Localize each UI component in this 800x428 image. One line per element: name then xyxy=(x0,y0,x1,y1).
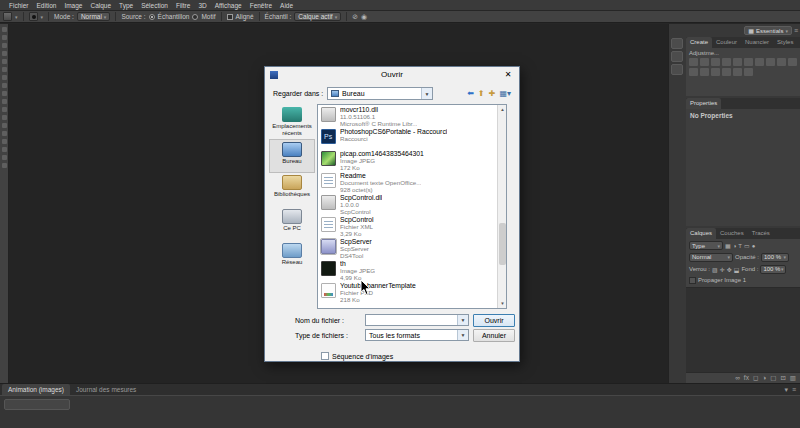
tab-animation[interactable]: Animation (images) xyxy=(2,384,70,395)
opacity-input[interactable]: 100 %▾ xyxy=(761,253,789,262)
sample-source-select[interactable]: Calque actif▾ xyxy=(294,12,341,21)
menu-fenetre[interactable]: Fenêtre xyxy=(246,0,276,11)
sidebar-item-bureau[interactable]: Bureau xyxy=(269,139,315,173)
image-sequence-option[interactable]: Séquence d'images xyxy=(321,352,393,360)
scroll-up-icon[interactable]: ▲ xyxy=(498,105,507,114)
sidebar-item-recent-places[interactable]: Emplacements récents xyxy=(269,105,315,139)
lock-position-icon[interactable]: ✥ xyxy=(727,266,732,273)
file-row[interactable]: Youtube-bannerTemplate Fichier PSD 218 K… xyxy=(318,281,497,303)
filter-type-icon[interactable]: T xyxy=(738,243,742,249)
tab-create[interactable]: Create xyxy=(686,37,712,48)
tab-traces[interactable]: Tracés xyxy=(748,228,774,239)
file-name-combobox[interactable]: ▼ xyxy=(365,314,469,326)
adjustment-icon[interactable] xyxy=(722,58,731,66)
healing-brush-tool-icon[interactable] xyxy=(3,12,12,21)
adjustment-layer-icon[interactable]: ◑ xyxy=(762,373,766,383)
panel-menu-icon[interactable]: ≡ xyxy=(792,386,796,394)
tool-icon[interactable] xyxy=(2,43,7,48)
tool-icon[interactable] xyxy=(2,27,7,32)
file-row[interactable]: ScpServer ScpServer DS4Tool xyxy=(318,237,497,259)
adjustment-icon[interactable] xyxy=(722,68,731,76)
tool-icon[interactable] xyxy=(2,115,7,120)
file-type-select[interactable]: Tous les formats ▼ xyxy=(365,329,469,341)
adjustment-icon[interactable] xyxy=(777,58,786,66)
tool-icon[interactable] xyxy=(2,83,7,88)
dock-panel-icon[interactable] xyxy=(671,51,683,62)
dock-panel-icon[interactable] xyxy=(671,64,683,75)
brush-preset-icon[interactable] xyxy=(29,12,38,21)
brush-caret-icon[interactable]: ▾ xyxy=(41,14,44,20)
workspace-switcher[interactable]: ▦ Essentials ▾ xyxy=(744,26,792,35)
lock-all-icon[interactable]: ⬓ xyxy=(734,266,740,273)
aligned-checkbox[interactable] xyxy=(227,14,233,20)
tool-icon[interactable] xyxy=(2,91,7,96)
adjustment-icon[interactable] xyxy=(689,68,698,76)
pressure-size-icon[interactable]: ◉ xyxy=(361,12,367,21)
menu-calque[interactable]: Calque xyxy=(86,0,115,11)
new-layer-icon[interactable]: ⊡ xyxy=(780,373,785,383)
menu-filtre[interactable]: Filtre xyxy=(172,0,194,11)
lock-transparent-icon[interactable]: ▨ xyxy=(712,266,718,273)
tab-nuancier[interactable]: Nuancier xyxy=(741,37,773,48)
menu-affichage[interactable]: Affichage xyxy=(211,0,246,11)
menu-3d[interactable]: 3D xyxy=(194,0,210,11)
tool-preset-caret-icon[interactable]: ▾ xyxy=(15,14,18,20)
open-button[interactable]: Ouvrir xyxy=(473,314,515,327)
tool-icon[interactable] xyxy=(2,147,7,152)
tab-properties[interactable]: Properties xyxy=(686,98,721,109)
close-icon[interactable]: ✕ xyxy=(497,67,519,82)
adjustment-icon[interactable] xyxy=(700,68,709,76)
chevron-down-icon[interactable]: ▼ xyxy=(457,315,468,325)
tab-styles[interactable]: Styles xyxy=(773,37,797,48)
fill-input[interactable]: 100 %▾ xyxy=(760,265,786,274)
tool-icon[interactable] xyxy=(2,51,7,56)
filter-adjustment-icon[interactable]: ◑ xyxy=(733,243,737,249)
panel-menu-icon[interactable]: ≡ xyxy=(794,27,798,34)
blend-mode-select[interactable]: Normal▾ xyxy=(689,253,733,262)
file-name-input[interactable] xyxy=(369,315,457,325)
tool-icon[interactable] xyxy=(2,67,7,72)
tool-icon[interactable] xyxy=(2,123,7,128)
layer-mask-icon[interactable]: ◻ xyxy=(753,373,758,383)
menu-type[interactable]: Type xyxy=(115,0,137,11)
adjustment-icon[interactable] xyxy=(733,58,742,66)
sample-radio[interactable] xyxy=(149,14,155,20)
filter-shape-icon[interactable]: ▭ xyxy=(744,242,750,249)
adjustment-icon[interactable] xyxy=(744,58,753,66)
layers-list[interactable] xyxy=(686,287,800,373)
menu-fichier[interactable]: Fichier xyxy=(5,0,33,11)
tool-icon[interactable] xyxy=(2,131,7,136)
delete-layer-icon[interactable]: ▥ xyxy=(790,373,796,383)
adjustment-icon[interactable] xyxy=(700,58,709,66)
file-row[interactable]: picap.com14643835464301 Image JPEG 172 K… xyxy=(318,149,497,171)
lock-pixels-icon[interactable]: ✛ xyxy=(720,266,725,273)
file-row[interactable]: Readme Document texte OpenOffice... 928 … xyxy=(318,171,497,193)
menu-aide[interactable]: Aide xyxy=(276,0,297,11)
layer-style-icon[interactable]: fx xyxy=(744,373,749,383)
file-row[interactable]: ScpControl Fichier XML 3,29 Ko xyxy=(318,215,497,237)
adjustment-icon[interactable] xyxy=(733,68,742,76)
adjustment-icon[interactable] xyxy=(711,68,720,76)
new-group-icon[interactable]: ▢ xyxy=(770,373,776,383)
adjustment-icon[interactable] xyxy=(788,58,797,66)
sidebar-item-ce-pc[interactable]: Ce PC xyxy=(269,207,315,241)
file-row[interactable]: ScpControl.dll 1.0.0.0 ScpControl xyxy=(318,193,497,215)
panel-minimize-icon[interactable]: ▾ xyxy=(784,386,788,394)
scroll-down-icon[interactable]: ▼ xyxy=(498,299,507,308)
tab-couleur[interactable]: Couleur xyxy=(712,37,741,48)
tool-icon[interactable] xyxy=(2,35,7,40)
tool-icon[interactable] xyxy=(2,155,7,160)
ignore-adjustment-layers-icon[interactable]: ⊘ xyxy=(352,12,358,21)
tab-journal-mesures[interactable]: Journal des mesures xyxy=(70,384,142,395)
cancel-button[interactable]: Annuler xyxy=(473,329,515,342)
layer-filter-select[interactable]: Type▾ xyxy=(689,241,723,250)
tool-icon[interactable] xyxy=(2,75,7,80)
up-one-level-icon[interactable]: ⬆ xyxy=(478,88,485,99)
file-row[interactable]: movcr110.dll 11.0.51106.1 Microsoft® C R… xyxy=(318,105,497,127)
sidebar-item-reseau[interactable]: Réseau xyxy=(269,241,315,275)
menu-edition[interactable]: Edition xyxy=(33,0,61,11)
adjustment-icon[interactable] xyxy=(755,58,764,66)
filter-smart-object-icon[interactable]: ● xyxy=(752,243,756,249)
file-list-scrollbar[interactable]: ▲ ▼ xyxy=(497,105,506,308)
menu-selection[interactable]: Sélection xyxy=(137,0,172,11)
